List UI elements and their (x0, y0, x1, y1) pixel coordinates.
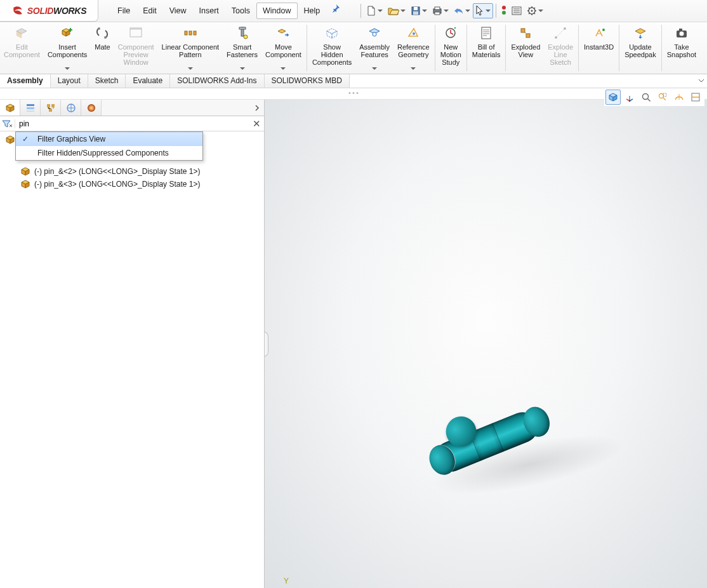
tree-filter-bar: ✕ (0, 116, 264, 131)
command-tabs: AssemblyLayoutSketchEvaluateSOLIDWORKS A… (0, 74, 707, 88)
graphics-viewport[interactable]: Y (265, 100, 707, 588)
section-view-icon[interactable] (688, 90, 703, 105)
svg-rect-15 (185, 31, 187, 35)
menu-view[interactable]: View (163, 3, 193, 19)
explode-line-sketch-icon (553, 25, 567, 41)
menu-window[interactable]: Window (256, 3, 297, 19)
undo-button[interactable] (451, 4, 473, 17)
property-manager-tab[interactable] (20, 100, 41, 116)
settings-button[interactable] (524, 4, 546, 18)
new-motion-study-button[interactable]: NewMotionStudy (437, 22, 465, 74)
feature-manager-tab[interactable] (0, 100, 20, 116)
save-button[interactable] (408, 4, 430, 18)
update-speedpak-button[interactable]: UpdateSpeedpak (621, 22, 660, 74)
linear-component-pattern-button[interactable]: Linear ComponentPattern (158, 22, 223, 74)
linear-component-pattern-icon (183, 25, 197, 41)
update-speedpak-icon (633, 25, 647, 41)
svg-point-46 (88, 104, 95, 112)
viewport-background (265, 100, 707, 588)
zoom-area-icon[interactable] (655, 90, 670, 105)
configuration-manager-tab[interactable] (41, 100, 61, 116)
select-tool-button[interactable] (473, 3, 493, 18)
svg-point-31 (679, 32, 684, 36)
svg-point-34 (643, 94, 649, 100)
menu-file[interactable]: File (111, 3, 136, 19)
take-snapshot-icon (675, 25, 689, 41)
tab-layout[interactable]: Layout (51, 74, 88, 88)
tab-solidworks-add-ins[interactable]: SOLIDWORKS Add-Ins (170, 74, 264, 88)
take-snapshot-button[interactable]: TakeSnapshot (663, 22, 700, 74)
menu-tools[interactable]: Tools (225, 3, 256, 19)
menu-edit[interactable]: Edit (136, 3, 163, 19)
svg-point-20 (244, 35, 248, 39)
insert-components-icon (60, 25, 74, 41)
panel-grip[interactable] (0, 88, 707, 100)
svg-rect-42 (47, 104, 50, 107)
print-button[interactable] (430, 4, 451, 18)
smart-fasteners-icon (236, 25, 249, 41)
svg-rect-5 (435, 12, 440, 15)
tree-item[interactable]: (-) pin_&<2> (LONG<<LONG>_Display State … (3, 165, 261, 178)
insert-components-button[interactable]: InsertComponents (44, 22, 91, 74)
check-icon: ✓ (20, 135, 31, 144)
axis-label: Y (284, 577, 289, 585)
manager-tabs-expand-icon[interactable] (250, 100, 264, 116)
clear-filter-icon[interactable]: ✕ (249, 118, 264, 130)
assembly-icon (5, 135, 15, 145)
filter-option-filter-graphics-view[interactable]: ✓Filter Graphics View (16, 132, 202, 146)
move-component-button[interactable]: MoveComponent (261, 22, 305, 74)
tab-sketch[interactable]: Sketch (88, 74, 126, 88)
display-style-icon[interactable] (671, 90, 687, 105)
dimxpert-manager-tab[interactable] (61, 100, 81, 116)
bill-of-materials-button[interactable]: Bill ofMaterials (468, 22, 505, 74)
filter-icon[interactable] (0, 119, 15, 128)
move-component-icon (276, 25, 290, 41)
filter-input[interactable] (15, 117, 249, 130)
quick-access-toolbar (345, 0, 546, 22)
part-icon (20, 166, 30, 177)
assembly-features-button[interactable]: AssemblyFeatures (355, 22, 393, 74)
new-document-button[interactable] (364, 4, 385, 18)
svg-point-6 (502, 6, 506, 10)
rebuild-button[interactable] (499, 3, 509, 18)
feature-manager-panel: ✕ p ✓Filter Graphics ViewFilter Hidden/S… (0, 100, 265, 588)
zoom-fit-icon[interactable] (638, 90, 654, 105)
command-ribbon: EditComponentInsertComponentsMateCompone… (0, 22, 707, 74)
menu-insert[interactable]: Insert (193, 3, 225, 19)
show-hidden-components-button[interactable]: ShowHiddenComponents (308, 22, 355, 74)
svg-rect-26 (526, 34, 530, 37)
filter-option-filter-hidden-suppressed-components[interactable]: Filter Hidden/Suppressed Components (16, 146, 202, 160)
component-preview-window-icon (129, 25, 143, 41)
svg-rect-19 (239, 27, 246, 29)
explode-line-sketch-button: ExplodeLineSketch (544, 22, 577, 74)
main-area: ✕ p ✓Filter Graphics ViewFilter Hidden/S… (0, 100, 707, 588)
display-manager-tab[interactable] (81, 100, 102, 116)
view-orientation-button[interactable] (605, 90, 621, 105)
tab-evaluate[interactable]: Evaluate (126, 74, 170, 88)
svg-point-35 (659, 94, 664, 98)
triad-icon[interactable] (622, 90, 637, 105)
feature-tree: p ✓Filter Graphics ViewFilter Hidden/Sup… (0, 131, 264, 194)
reference-geometry-button[interactable]: ReferenceGeometry (393, 22, 433, 74)
svg-rect-16 (189, 31, 192, 35)
solidworks-logo-icon (11, 4, 24, 17)
smart-fasteners-button[interactable]: SmartFasteners (223, 22, 261, 74)
tabs-options-icon[interactable] (698, 77, 704, 86)
exploded-view-button[interactable]: ExplodedView (507, 22, 544, 74)
menu-help[interactable]: Help (298, 3, 327, 19)
assembly-features-icon (367, 25, 381, 41)
open-document-button[interactable] (385, 4, 408, 18)
tree-item[interactable]: (-) pin_&<3> (LONG<<LONG>_Display State … (3, 178, 261, 190)
svg-rect-40 (27, 107, 34, 109)
instant3d-icon (592, 25, 606, 41)
mate-button[interactable]: Mate (91, 22, 114, 74)
pin-menu-icon[interactable] (326, 0, 345, 22)
tab-assembly[interactable]: Assembly (0, 74, 51, 88)
splitter-handle[interactable] (265, 331, 268, 357)
instant3d-button[interactable]: Instant3D (580, 22, 618, 74)
svg-point-28 (564, 27, 566, 30)
options-list-button[interactable] (509, 4, 524, 18)
svg-rect-25 (521, 29, 525, 32)
tab-solidworks-mbd[interactable]: SOLIDWORKS MBD (265, 74, 350, 88)
svg-rect-24 (482, 27, 491, 39)
